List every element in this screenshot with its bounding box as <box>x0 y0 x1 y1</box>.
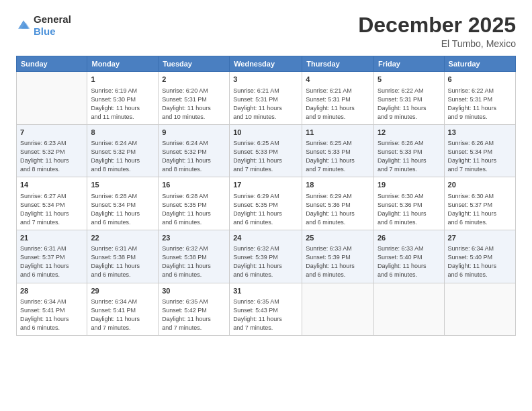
calendar-cell: 21Sunrise: 6:31 AMSunset: 5:37 PMDayligh… <box>17 230 87 283</box>
day-number: 30 <box>162 286 226 296</box>
day-header-friday: Friday <box>373 56 444 72</box>
day-number: 10 <box>233 128 298 138</box>
calendar-cell: 23Sunrise: 6:32 AMSunset: 5:38 PMDayligh… <box>159 230 230 283</box>
header: General Blue December 2025 El Tumbo, Mex… <box>16 13 516 49</box>
day-info: Sunrise: 6:28 AMSunset: 5:35 PMDaylight:… <box>162 192 226 227</box>
day-info: Sunrise: 6:28 AMSunset: 5:34 PMDaylight:… <box>91 192 154 227</box>
calendar-cell <box>17 72 87 125</box>
day-number: 26 <box>378 233 441 243</box>
day-info: Sunrise: 6:22 AMSunset: 5:31 PMDaylight:… <box>448 87 512 122</box>
calendar-cell: 2Sunrise: 6:20 AMSunset: 5:31 PMDaylight… <box>159 72 230 125</box>
day-info: Sunrise: 6:24 AMSunset: 5:32 PMDaylight:… <box>162 139 226 174</box>
day-info: Sunrise: 6:35 AMSunset: 5:43 PMDaylight:… <box>233 298 298 332</box>
day-info: Sunrise: 6:30 AMSunset: 5:36 PMDaylight:… <box>378 192 441 227</box>
day-info: Sunrise: 6:29 AMSunset: 5:35 PMDaylight:… <box>233 192 298 227</box>
calendar-cell: 20Sunrise: 6:30 AMSunset: 5:37 PMDayligh… <box>444 177 515 230</box>
day-number: 21 <box>20 233 83 243</box>
day-number: 23 <box>162 233 226 243</box>
calendar-cell: 14Sunrise: 6:27 AMSunset: 5:34 PMDayligh… <box>17 177 87 230</box>
day-info: Sunrise: 6:34 AMSunset: 5:41 PMDaylight:… <box>20 298 83 332</box>
logo-icon <box>16 18 31 33</box>
calendar-week-row: 14Sunrise: 6:27 AMSunset: 5:34 PMDayligh… <box>17 177 516 230</box>
calendar-cell: 4Sunrise: 6:21 AMSunset: 5:31 PMDaylight… <box>302 72 374 125</box>
day-number: 9 <box>162 128 226 138</box>
logo-blue: Blue <box>34 26 56 37</box>
day-number: 28 <box>20 286 83 296</box>
month-title: December 2025 <box>358 13 516 37</box>
calendar-cell: 24Sunrise: 6:32 AMSunset: 5:39 PMDayligh… <box>230 230 302 283</box>
calendar-cell: 30Sunrise: 6:35 AMSunset: 5:42 PMDayligh… <box>159 283 230 336</box>
day-info: Sunrise: 6:20 AMSunset: 5:31 PMDaylight:… <box>162 87 226 122</box>
day-info: Sunrise: 6:26 AMSunset: 5:33 PMDaylight:… <box>378 139 441 174</box>
day-number: 8 <box>91 128 154 138</box>
day-info: Sunrise: 6:32 AMSunset: 5:39 PMDaylight:… <box>233 244 298 279</box>
day-info: Sunrise: 6:25 AMSunset: 5:33 PMDaylight:… <box>306 139 370 174</box>
calendar-week-row: 7Sunrise: 6:23 AMSunset: 5:32 PMDaylight… <box>17 124 516 177</box>
day-info: Sunrise: 6:19 AMSunset: 5:30 PMDaylight:… <box>91 87 154 122</box>
calendar-week-row: 1Sunrise: 6:19 AMSunset: 5:30 PMDaylight… <box>17 72 516 125</box>
logo: General Blue <box>16 13 71 38</box>
calendar-cell: 28Sunrise: 6:34 AMSunset: 5:41 PMDayligh… <box>17 283 87 336</box>
day-number: 3 <box>233 75 298 85</box>
day-info: Sunrise: 6:32 AMSunset: 5:38 PMDaylight:… <box>162 244 226 279</box>
calendar-cell <box>373 283 444 336</box>
day-number: 27 <box>448 233 512 243</box>
calendar-cell: 25Sunrise: 6:33 AMSunset: 5:39 PMDayligh… <box>302 230 374 283</box>
day-number: 24 <box>233 233 298 243</box>
page: General Blue December 2025 El Tumbo, Mex… <box>0 0 532 411</box>
calendar-week-row: 21Sunrise: 6:31 AMSunset: 5:37 PMDayligh… <box>17 230 516 283</box>
calendar-cell: 17Sunrise: 6:29 AMSunset: 5:35 PMDayligh… <box>230 177 302 230</box>
day-number: 5 <box>378 75 441 85</box>
day-info: Sunrise: 6:29 AMSunset: 5:36 PMDaylight:… <box>306 192 370 227</box>
day-info: Sunrise: 6:33 AMSunset: 5:40 PMDaylight:… <box>378 244 441 279</box>
day-number: 20 <box>448 180 512 190</box>
calendar-cell: 29Sunrise: 6:34 AMSunset: 5:41 PMDayligh… <box>87 283 159 336</box>
day-info: Sunrise: 6:31 AMSunset: 5:37 PMDaylight:… <box>20 244 83 279</box>
day-number: 17 <box>233 180 298 190</box>
day-info: Sunrise: 6:21 AMSunset: 5:31 PMDaylight:… <box>233 87 298 122</box>
day-header-sunday: Sunday <box>17 56 87 72</box>
day-number: 7 <box>20 128 83 138</box>
day-header-tuesday: Tuesday <box>159 56 230 72</box>
calendar: SundayMondayTuesdayWednesdayThursdayFrid… <box>16 56 516 336</box>
day-number: 13 <box>448 128 512 138</box>
day-number: 19 <box>378 180 441 190</box>
calendar-cell: 10Sunrise: 6:25 AMSunset: 5:33 PMDayligh… <box>230 124 302 177</box>
day-number: 29 <box>91 286 154 296</box>
day-number: 15 <box>91 180 154 190</box>
logo-general: General <box>34 13 71 25</box>
calendar-cell: 16Sunrise: 6:28 AMSunset: 5:35 PMDayligh… <box>159 177 230 230</box>
calendar-week-row: 28Sunrise: 6:34 AMSunset: 5:41 PMDayligh… <box>17 283 516 336</box>
calendar-cell: 19Sunrise: 6:30 AMSunset: 5:36 PMDayligh… <box>373 177 444 230</box>
calendar-header-row: SundayMondayTuesdayWednesdayThursdayFrid… <box>17 56 516 72</box>
calendar-cell: 8Sunrise: 6:24 AMSunset: 5:32 PMDaylight… <box>87 124 159 177</box>
calendar-cell <box>302 283 374 336</box>
day-number: 1 <box>91 75 154 85</box>
day-header-saturday: Saturday <box>444 56 515 72</box>
day-number: 6 <box>448 75 512 85</box>
day-info: Sunrise: 6:22 AMSunset: 5:31 PMDaylight:… <box>378 87 441 122</box>
title-block: December 2025 El Tumbo, Mexico <box>358 13 516 49</box>
day-info: Sunrise: 6:26 AMSunset: 5:34 PMDaylight:… <box>448 139 512 174</box>
calendar-cell: 15Sunrise: 6:28 AMSunset: 5:34 PMDayligh… <box>87 177 159 230</box>
day-info: Sunrise: 6:24 AMSunset: 5:32 PMDaylight:… <box>91 139 154 174</box>
day-info: Sunrise: 6:33 AMSunset: 5:39 PMDaylight:… <box>306 244 370 279</box>
calendar-cell: 3Sunrise: 6:21 AMSunset: 5:31 PMDaylight… <box>230 72 302 125</box>
day-info: Sunrise: 6:21 AMSunset: 5:31 PMDaylight:… <box>306 87 370 122</box>
day-number: 16 <box>162 180 226 190</box>
calendar-cell: 5Sunrise: 6:22 AMSunset: 5:31 PMDaylight… <box>373 72 444 125</box>
day-number: 31 <box>233 286 298 296</box>
day-info: Sunrise: 6:34 AMSunset: 5:40 PMDaylight:… <box>448 244 512 279</box>
day-info: Sunrise: 6:27 AMSunset: 5:34 PMDaylight:… <box>20 192 83 227</box>
calendar-cell: 22Sunrise: 6:31 AMSunset: 5:38 PMDayligh… <box>87 230 159 283</box>
day-info: Sunrise: 6:30 AMSunset: 5:37 PMDaylight:… <box>448 192 512 227</box>
day-number: 14 <box>20 180 83 190</box>
day-number: 25 <box>306 233 370 243</box>
day-header-monday: Monday <box>87 56 159 72</box>
calendar-cell: 1Sunrise: 6:19 AMSunset: 5:30 PMDaylight… <box>87 72 159 125</box>
calendar-cell: 11Sunrise: 6:25 AMSunset: 5:33 PMDayligh… <box>302 124 374 177</box>
day-info: Sunrise: 6:23 AMSunset: 5:32 PMDaylight:… <box>20 139 83 174</box>
calendar-cell <box>444 283 515 336</box>
calendar-cell: 26Sunrise: 6:33 AMSunset: 5:40 PMDayligh… <box>373 230 444 283</box>
calendar-cell: 7Sunrise: 6:23 AMSunset: 5:32 PMDaylight… <box>17 124 87 177</box>
